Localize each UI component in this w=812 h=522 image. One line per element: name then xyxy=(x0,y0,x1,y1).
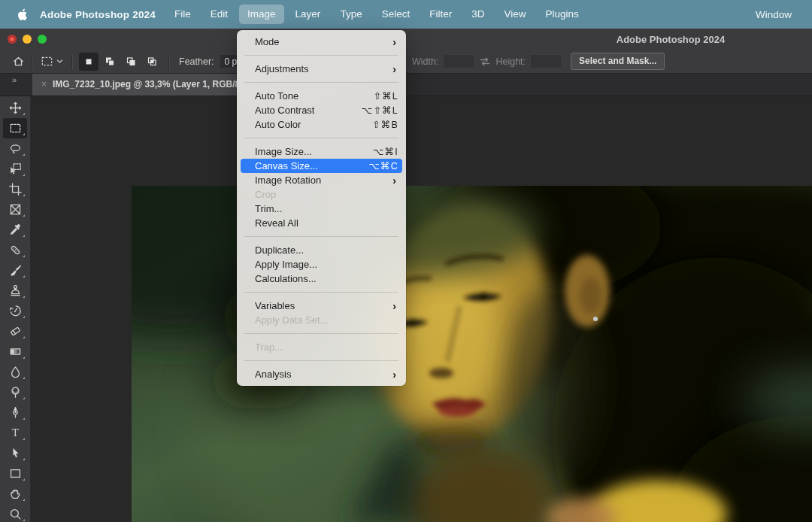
tab-close-icon[interactable]: × xyxy=(41,80,47,89)
menu-item-shortcut: ⌥⇧⌘L xyxy=(362,105,398,116)
minimize-window-button[interactable] xyxy=(23,35,32,44)
spot-healing-brush-tool[interactable] xyxy=(3,240,27,260)
submenu-chevron-icon: › xyxy=(392,369,396,380)
apple-menu[interactable] xyxy=(17,8,28,21)
gradient-tool[interactable] xyxy=(3,341,27,362)
zoom-tool[interactable] xyxy=(3,504,27,522)
swap-dimensions-icon[interactable] xyxy=(479,56,491,67)
menu-item-variables[interactable]: Variables› xyxy=(237,299,406,313)
menubar-item-3d[interactable]: 3D xyxy=(463,5,492,24)
subtract-from-selection-icon xyxy=(125,56,137,68)
menu-item-apply-image[interactable]: Apply Image... xyxy=(237,257,406,272)
menu-item-apply-data-set: Apply Data Set... xyxy=(237,313,406,327)
menubar-item-edit[interactable]: Edit xyxy=(202,5,236,24)
menu-item-reveal-all[interactable]: Reveal All xyxy=(237,216,406,230)
menu-item-shortcut: ⌥⌘I xyxy=(373,146,398,157)
menubar-item-filter[interactable]: Filter xyxy=(421,5,460,24)
crop-tool[interactable] xyxy=(3,179,27,199)
menu-item-label: Crop xyxy=(255,189,398,200)
menubar-item-file[interactable]: File xyxy=(166,5,199,24)
zoom-window-button[interactable] xyxy=(38,35,47,44)
brush-tool[interactable] xyxy=(3,260,27,281)
type-tool[interactable]: T xyxy=(3,423,27,443)
menu-item-auto-contrast[interactable]: Auto Contrast⌥⇧⌘L xyxy=(237,103,406,117)
menubar-item-view[interactable]: View xyxy=(495,5,534,24)
menubar-item-window[interactable]: Window xyxy=(747,7,800,23)
add-to-selection-button[interactable] xyxy=(100,53,120,71)
move-tool[interactable] xyxy=(3,98,27,118)
menu-separator xyxy=(244,333,398,334)
history-brush-tool[interactable] xyxy=(3,301,27,321)
width-input[interactable] xyxy=(443,54,474,68)
image-menu-dropdown: Mode›Adjustments›Auto Tone⇧⌘LAuto Contra… xyxy=(237,30,406,386)
active-tool-preset[interactable] xyxy=(41,55,63,68)
menu-item-shortcut: ⌥⌘C xyxy=(368,160,398,171)
menu-item-label: Reveal All xyxy=(255,217,398,229)
rectangular-marquee-tool[interactable] xyxy=(3,118,27,138)
menu-item-crop: Crop xyxy=(237,187,406,202)
menu-item-canvas-size[interactable]: Canvas Size...⌥⌘C xyxy=(241,159,402,173)
menu-item-mode[interactable]: Mode› xyxy=(237,35,406,49)
tools-panel: T xyxy=(0,96,31,522)
chevron-down-icon xyxy=(56,59,63,64)
new-selection-button[interactable] xyxy=(79,53,98,71)
options-bar-right: Width: Height: Select and Mask... xyxy=(412,50,665,73)
hand-tool-icon xyxy=(9,487,22,500)
object-selection-tool-icon xyxy=(9,162,22,175)
menu-item-duplicate[interactable]: Duplicate... xyxy=(237,243,406,257)
menu-item-trim[interactable]: Trim... xyxy=(237,202,406,216)
brush-tool-icon xyxy=(9,264,22,277)
dodge-tool[interactable] xyxy=(3,382,27,402)
subtract-from-selection-button[interactable] xyxy=(121,53,141,71)
eraser-tool[interactable] xyxy=(3,321,27,341)
menu-item-label: Image Size... xyxy=(255,146,373,157)
rectangle-tool[interactable] xyxy=(3,463,27,484)
menubar-item-plugins[interactable]: Plugins xyxy=(537,5,586,24)
path-selection-tool[interactable] xyxy=(3,443,27,463)
height-input[interactable] xyxy=(530,54,562,68)
menu-item-label: Variables xyxy=(255,300,392,311)
object-selection-tool[interactable] xyxy=(3,159,27,179)
traffic-lights xyxy=(8,29,47,50)
clone-stamp-tool[interactable] xyxy=(3,281,27,301)
frame-tool[interactable] xyxy=(3,199,27,220)
menu-item-label: Apply Image... xyxy=(255,259,398,270)
tab-overflow-chevron[interactable]: » xyxy=(12,75,16,84)
type-tool-icon: T xyxy=(9,426,22,439)
crop-tool-icon xyxy=(9,183,22,196)
path-selection-tool-icon xyxy=(9,447,22,460)
submenu-chevron-icon: › xyxy=(392,301,396,311)
menu-item-image-rotation[interactable]: Image Rotation› xyxy=(237,173,406,187)
pen-tool[interactable] xyxy=(3,402,27,423)
menubar-item-select[interactable]: Select xyxy=(374,5,419,24)
menu-item-adjustments[interactable]: Adjustments› xyxy=(237,62,406,76)
hand-tool[interactable] xyxy=(3,484,27,504)
menubar-item-image[interactable]: Image xyxy=(239,5,284,24)
menubar-item-layer[interactable]: Layer xyxy=(287,5,329,24)
eyedropper-tool[interactable] xyxy=(3,220,27,240)
menu-item-label: Mode xyxy=(255,36,392,47)
width-label: Width: xyxy=(412,56,438,67)
menu-item-image-size[interactable]: Image Size...⌥⌘I xyxy=(237,144,406,159)
app-name: Adobe Photoshop 2024 xyxy=(40,9,156,20)
menu-item-calculations[interactable]: Calculations... xyxy=(237,272,406,286)
menubar-item-type[interactable]: Type xyxy=(332,5,370,24)
menu-item-auto-color[interactable]: Auto Color⇧⌘B xyxy=(237,117,406,132)
close-window-button[interactable] xyxy=(8,35,17,44)
blur-tool[interactable] xyxy=(3,362,27,382)
menu-separator xyxy=(244,292,398,293)
menu-item-analysis[interactable]: Analysis› xyxy=(237,367,406,381)
intersect-with-selection-button[interactable] xyxy=(142,53,162,71)
canvas-area[interactable] xyxy=(31,96,812,522)
lasso-tool-icon xyxy=(9,142,22,155)
select-and-mask-button[interactable]: Select and Mask... xyxy=(571,53,665,70)
home-button[interactable] xyxy=(12,55,25,68)
document-image xyxy=(132,186,812,522)
pen-tool-icon xyxy=(9,406,22,419)
menu-item-label: Auto Color xyxy=(255,119,372,130)
dodge-tool-icon xyxy=(9,386,22,399)
menu-item-auto-tone[interactable]: Auto Tone⇧⌘L xyxy=(237,89,406,103)
tool-list: T xyxy=(3,98,27,522)
home-icon xyxy=(12,55,25,68)
lasso-tool[interactable] xyxy=(3,138,27,159)
